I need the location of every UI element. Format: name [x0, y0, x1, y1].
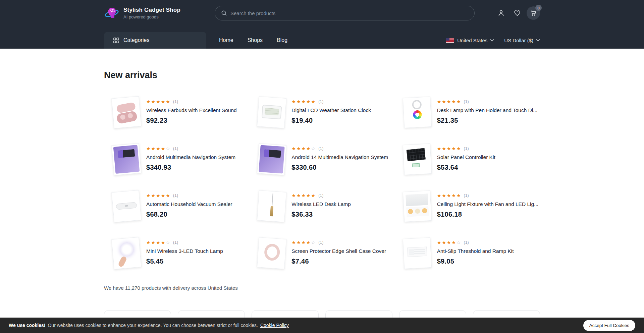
product-name[interactable]: Android Multimedia Navigation System: [146, 154, 235, 160]
cart-button[interactable]: 0: [527, 6, 540, 20]
country-selector[interactable]: United States: [446, 38, 494, 43]
review-count: (1): [464, 193, 469, 198]
brand-logo-icon: [104, 5, 119, 21]
star-filled-icon: ★: [447, 146, 451, 151]
review-count: (1): [318, 100, 323, 104]
rating-stars: ★★★★★(1): [146, 193, 232, 198]
rating-stars: ★★★★★(1): [437, 99, 538, 104]
review-count: (1): [318, 240, 323, 245]
product-name[interactable]: Wireless Earbuds with Excellent Sound: [146, 107, 237, 113]
product-name[interactable]: Solar Panel Controller Kit: [437, 154, 495, 160]
star-filled-icon: ★: [146, 240, 151, 245]
product-card[interactable]: ★★★★★(1) Automatic Household Vacuum Seal…: [104, 191, 249, 223]
product-name[interactable]: Digital LCD Weather Station Clock: [291, 107, 371, 113]
star-filled-icon: ★: [291, 193, 296, 198]
product-price: $36.33: [291, 211, 351, 218]
nav-link-home[interactable]: Home: [219, 37, 233, 43]
rating-stars: ★★★★★(1): [437, 193, 538, 198]
product-price: $7.46: [291, 258, 386, 265]
main-content: New arrivals ★★★★★(1) Wireless Earbuds w…: [104, 70, 540, 333]
star-filled-icon: ★: [457, 146, 461, 151]
country-label: United States: [457, 38, 487, 43]
star-filled-icon: ★: [166, 193, 170, 198]
product-card[interactable]: ★★★★☆(1) Anti-Slip Threshold and Ramp Ki…: [395, 238, 540, 270]
review-count: (1): [173, 147, 178, 151]
star-filled-icon: ★: [437, 240, 441, 245]
product-card[interactable]: ★★★★★(1) Desk Lamp with Pen Holder and T…: [395, 97, 540, 129]
star-filled-icon: ★: [306, 193, 311, 198]
product-grid: ★★★★★(1) Wireless Earbuds with Excellent…: [104, 97, 540, 270]
product-card[interactable]: ★★★★★(1) Solar Panel Controller Kit $53.…: [395, 144, 540, 176]
star-filled-icon: ★: [447, 240, 451, 245]
product-name[interactable]: Automatic Household Vacuum Sealer: [146, 201, 232, 207]
review-count: (1): [318, 193, 323, 198]
product-card[interactable]: ★★★★★(1) Digital LCD Weather Station Clo…: [249, 97, 394, 129]
cookie-banner-title: We use cookies!: [9, 323, 45, 328]
categories-button[interactable]: Categories: [104, 32, 206, 49]
star-filled-icon: ★: [306, 146, 311, 151]
brand-title: Stylish Gadget Shop: [123, 7, 180, 13]
product-image: [111, 96, 142, 129]
rating-stars: ★★★★☆(1): [437, 240, 514, 245]
review-count: (1): [464, 240, 469, 245]
product-card[interactable]: ★★★★★(1) Ceiling Light Fixture with Fan …: [395, 191, 540, 223]
search-bar[interactable]: [215, 6, 475, 20]
rating-stars: ★★★★☆(1): [291, 146, 388, 151]
cookie-banner-text: Our website uses cookies to enhance your…: [48, 323, 258, 328]
star-filled-icon: ★: [437, 99, 441, 104]
star-filled-icon: ★: [297, 240, 301, 245]
rating-stars: ★★★★☆(1): [146, 146, 235, 151]
review-count: (1): [318, 147, 323, 151]
product-name[interactable]: Wireless LED Desk Lamp: [291, 201, 351, 207]
product-price: $106.18: [437, 211, 538, 218]
star-empty-icon: ☆: [311, 146, 316, 151]
chevron-down-icon: [490, 39, 494, 42]
nav-link-blog[interactable]: Blog: [277, 37, 287, 43]
product-card[interactable]: ★★★★★(1) Wireless LED Desk Lamp $36.33: [249, 191, 394, 223]
product-name[interactable]: Ceiling Light Fixture with Fan and LED L…: [437, 201, 538, 207]
nav-link-shops[interactable]: Shops: [248, 37, 263, 43]
star-filled-icon: ★: [161, 240, 165, 245]
categories-label: Categories: [123, 37, 149, 43]
wishlist-button[interactable]: [511, 6, 524, 20]
product-card[interactable]: ★★★★★(1) Wireless Earbuds with Excellent…: [104, 97, 249, 129]
product-name[interactable]: Desk Lamp with Pen Holder and Touch Di..…: [437, 107, 538, 113]
brand-logo-block[interactable]: Stylish Gadget Shop AI powered goods: [104, 5, 215, 21]
product-name[interactable]: Screen Protector Edge Shell Case Cover: [291, 248, 386, 254]
product-card[interactable]: ★★★★☆(1) Android 14 Multimedia Navigatio…: [249, 144, 394, 176]
star-filled-icon: ★: [151, 146, 156, 151]
star-filled-icon: ★: [311, 99, 316, 104]
star-filled-icon: ★: [161, 193, 165, 198]
account-button[interactable]: [494, 6, 508, 20]
product-card[interactable]: ★★★★☆(1) Mini Wireless 3-LED Touch Lamp …: [104, 238, 249, 270]
product-name[interactable]: Anti-Slip Threshold and Ramp Kit: [437, 248, 514, 254]
rating-stars: ★★★★☆(1): [146, 240, 223, 245]
currency-selector[interactable]: US Dollar ($): [504, 38, 540, 43]
star-filled-icon: ★: [301, 240, 306, 245]
star-empty-icon: ☆: [457, 240, 461, 245]
product-price: $92.23: [146, 117, 237, 124]
star-filled-icon: ★: [297, 193, 301, 198]
product-image: [111, 143, 142, 176]
search-input[interactable]: [230, 10, 468, 16]
product-card[interactable]: ★★★★☆(1) Android Multimedia Navigation S…: [104, 144, 249, 176]
product-name[interactable]: Android 14 Multimedia Navigation System: [291, 154, 388, 160]
star-filled-icon: ★: [166, 99, 170, 104]
site-header: Stylish Gadget Shop AI powered goods: [0, 0, 644, 49]
review-count: (1): [173, 240, 178, 245]
main-nav: Home Shops Blog: [219, 37, 287, 43]
product-card[interactable]: ★★★★☆(1) Screen Protector Edge Shell Cas…: [249, 238, 394, 270]
product-image: [257, 96, 286, 128]
product-price: $19.40: [291, 117, 371, 124]
star-filled-icon: ★: [451, 240, 456, 245]
star-filled-icon: ★: [442, 193, 446, 198]
product-image: [257, 190, 286, 222]
product-price: $21.35: [437, 117, 538, 124]
brand-subtitle: AI powered goods: [123, 14, 180, 19]
star-filled-icon: ★: [451, 146, 456, 151]
currency-label: US Dollar ($): [504, 38, 533, 43]
product-name[interactable]: Mini Wireless 3-LED Touch Lamp: [146, 248, 223, 254]
cookie-policy-link[interactable]: Cookie Policy: [260, 323, 289, 328]
product-image: [402, 97, 432, 128]
accept-cookies-button[interactable]: Accept Full Cookies: [583, 320, 635, 331]
